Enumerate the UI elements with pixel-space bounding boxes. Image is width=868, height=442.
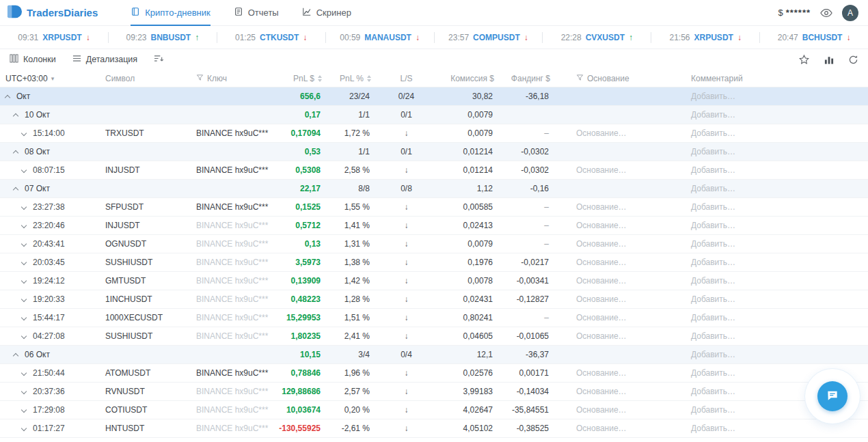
bar-chart-icon[interactable] bbox=[824, 55, 835, 65]
avatar[interactable]: A bbox=[842, 5, 858, 21]
ticker-item[interactable]: 22:28CVXUSDT↑ bbox=[543, 32, 651, 43]
trade-row[interactable]: 23:27:38SFPUSDTBINANCE hx9uC***0,15251,5… bbox=[0, 198, 868, 217]
add-basis-link[interactable]: Основание… bbox=[553, 258, 688, 267]
date-group-row[interactable]: 07 Окт22,178/80/81,12-0,16Добавить… bbox=[0, 180, 868, 198]
expand-icon[interactable] bbox=[21, 260, 27, 265]
add-comment-link[interactable]: Добавить… bbox=[688, 110, 868, 120]
trade-row[interactable]: 19:24:12GMTUSDTBINANCE hx9uC***0,139091,… bbox=[0, 272, 868, 290]
sort-icon[interactable] bbox=[367, 75, 371, 82]
tab-reports[interactable]: Отчеты bbox=[234, 0, 279, 26]
add-basis-link[interactable]: Основание… bbox=[553, 313, 688, 322]
add-comment-link[interactable]: Добавить… bbox=[688, 258, 868, 267]
ticker-symbol[interactable]: BNBUSDT bbox=[150, 33, 191, 42]
ticker-symbol[interactable]: XRPUSDT bbox=[42, 33, 81, 42]
ticker-symbol[interactable]: CTKUSDT bbox=[260, 33, 299, 42]
ticker-item[interactable]: 09:23BNBUSDT↑ bbox=[109, 32, 217, 43]
add-comment-link[interactable]: Добавить… bbox=[688, 165, 868, 175]
add-comment-link[interactable]: Добавить… bbox=[688, 331, 868, 341]
trade-row[interactable]: 15:14:00TRXUSDTBINANCE hx9uC***0,170941,… bbox=[0, 124, 868, 143]
add-basis-link[interactable]: Основание… bbox=[553, 368, 688, 378]
ticker-symbol[interactable]: COMPUSDT bbox=[473, 33, 520, 42]
ticker-item[interactable]: 00:59MANAUSDT↓ bbox=[326, 32, 435, 43]
trade-row[interactable]: 17:29:08COTIUSDTBINANCE hx9uC***10,03674… bbox=[0, 401, 868, 419]
expand-icon[interactable] bbox=[21, 389, 27, 394]
trade-row[interactable]: 23:20:46INJUSDTBINANCE hx9uC***0,57121,4… bbox=[0, 217, 868, 235]
pnl-pct-header[interactable]: PnL % bbox=[325, 74, 374, 83]
eye-icon[interactable] bbox=[820, 8, 832, 18]
expand-icon[interactable] bbox=[21, 407, 27, 413]
trade-row[interactable]: 08:07:15INJUSDTBINANCE hx9uC***0,53082,5… bbox=[0, 161, 868, 180]
expand-icon[interactable] bbox=[21, 223, 27, 228]
add-comment-link[interactable]: Добавить… bbox=[688, 128, 868, 138]
expand-icon[interactable] bbox=[21, 204, 27, 210]
grouping-button[interactable] bbox=[154, 54, 164, 65]
expand-icon[interactable] bbox=[21, 167, 27, 173]
filter-icon[interactable] bbox=[576, 74, 584, 83]
add-comment-link[interactable]: Добавить… bbox=[688, 350, 868, 359]
add-comment-link[interactable]: Добавить… bbox=[688, 92, 868, 101]
trade-row[interactable]: 20:43:41OGNUSDTBINANCE hx9uC***0,131,31 … bbox=[0, 235, 868, 253]
trade-row[interactable]: 01:17:27HNTUSDTBINANCE hx9uC***-130,5592… bbox=[0, 419, 868, 438]
add-basis-link[interactable]: Основание… bbox=[553, 387, 688, 396]
add-basis-link[interactable]: Основание… bbox=[553, 424, 688, 433]
add-comment-link[interactable]: Добавить… bbox=[688, 424, 868, 433]
expand-icon[interactable] bbox=[21, 296, 27, 302]
tab-crypto-diary[interactable]: Крипто-дневник bbox=[131, 0, 211, 26]
add-basis-link[interactable]: Основание… bbox=[553, 202, 688, 212]
trade-row[interactable]: 15:44:171000XECUSDTBINANCE hx9uC***15,29… bbox=[0, 309, 868, 327]
tab-screener[interactable]: Скринер bbox=[302, 0, 351, 26]
trade-row[interactable]: 20:03:45SUSHIUSDTBINANCE hx9uC***3,59731… bbox=[0, 253, 868, 272]
add-basis-link[interactable]: Основание… bbox=[553, 239, 688, 249]
filter-icon[interactable] bbox=[196, 74, 204, 83]
expand-icon[interactable] bbox=[21, 370, 27, 376]
add-comment-link[interactable]: Добавить… bbox=[688, 221, 868, 230]
basis-header[interactable]: Основание bbox=[553, 74, 688, 83]
add-basis-link[interactable]: Основание… bbox=[553, 331, 688, 341]
collapse-icon[interactable] bbox=[5, 95, 10, 100]
refresh-icon[interactable] bbox=[848, 55, 858, 65]
add-comment-link[interactable]: Добавить… bbox=[688, 147, 868, 156]
expand-icon[interactable] bbox=[21, 426, 27, 431]
add-comment-link[interactable]: Добавить… bbox=[688, 294, 868, 304]
ticker-item[interactable]: 20:47BCHUSDT↓ bbox=[760, 32, 868, 43]
trade-row[interactable]: 21:50:44ATOMUSDTBINANCE hx9uC***0,788461… bbox=[0, 364, 868, 383]
ticker-symbol[interactable]: MANAUSDT bbox=[364, 33, 411, 42]
key-header[interactable]: Ключ bbox=[193, 74, 273, 83]
add-comment-link[interactable]: Добавить… bbox=[688, 202, 868, 212]
trade-row[interactable]: 04:27:08SUSHIUSDTBINANCE hx9uC***1,80235… bbox=[0, 327, 868, 346]
ticker-item[interactable]: 21:56XRPUSDT↓ bbox=[651, 32, 760, 43]
add-comment-link[interactable]: Добавить… bbox=[688, 276, 868, 286]
date-group-row[interactable]: 10 Окт0,171/10/10,0079Добавить… bbox=[0, 106, 868, 124]
chat-button[interactable] bbox=[817, 381, 847, 411]
details-button[interactable]: Детализация bbox=[72, 54, 137, 65]
expand-icon[interactable] bbox=[21, 130, 27, 136]
collapse-icon[interactable] bbox=[13, 353, 18, 359]
ticker-symbol[interactable]: BCHUSDT bbox=[802, 33, 843, 42]
star-icon[interactable] bbox=[798, 54, 810, 66]
ticker-symbol[interactable]: CVXUSDT bbox=[586, 33, 625, 42]
expand-icon[interactable] bbox=[21, 315, 27, 320]
timezone-header[interactable]: UTC+03:00▾ bbox=[0, 74, 103, 83]
date-group-row[interactable]: 06 Окт10,153/40/412,1-36,37Добавить… bbox=[0, 346, 868, 364]
pnl-usd-header[interactable]: PnL $ bbox=[273, 74, 325, 83]
brand[interactable]: TradersDiaries bbox=[7, 4, 98, 21]
sort-icon[interactable] bbox=[318, 75, 322, 82]
ticker-symbol[interactable]: XRPUSDT bbox=[694, 33, 733, 42]
add-basis-link[interactable]: Основание… bbox=[553, 294, 688, 304]
trade-row[interactable]: 19:20:331INCHUSDTBINANCE hx9uC***0,48223… bbox=[0, 290, 868, 309]
ticker-item[interactable]: 23:57COMPUSDT↓ bbox=[435, 32, 543, 43]
add-basis-link[interactable]: Основание… bbox=[553, 276, 688, 286]
add-basis-link[interactable]: Основание… bbox=[553, 128, 688, 138]
trade-row[interactable]: 20:37:36RVNUSDTBINANCE hx9uC***129,88686… bbox=[0, 383, 868, 401]
add-basis-link[interactable]: Основание… bbox=[553, 165, 688, 175]
add-basis-link[interactable]: Основание… bbox=[553, 405, 688, 415]
ticker-item[interactable]: 09:31XRPUSDT↓ bbox=[0, 32, 109, 43]
expand-icon[interactable] bbox=[21, 278, 27, 284]
expand-icon[interactable] bbox=[21, 333, 27, 339]
ticker-item[interactable]: 01:25CTKUSDT↓ bbox=[217, 32, 326, 43]
collapse-icon[interactable] bbox=[13, 150, 18, 156]
collapse-icon[interactable] bbox=[13, 113, 18, 119]
add-basis-link[interactable]: Основание… bbox=[553, 221, 688, 230]
expand-icon[interactable] bbox=[21, 241, 27, 247]
add-comment-link[interactable]: Добавить… bbox=[688, 184, 868, 193]
